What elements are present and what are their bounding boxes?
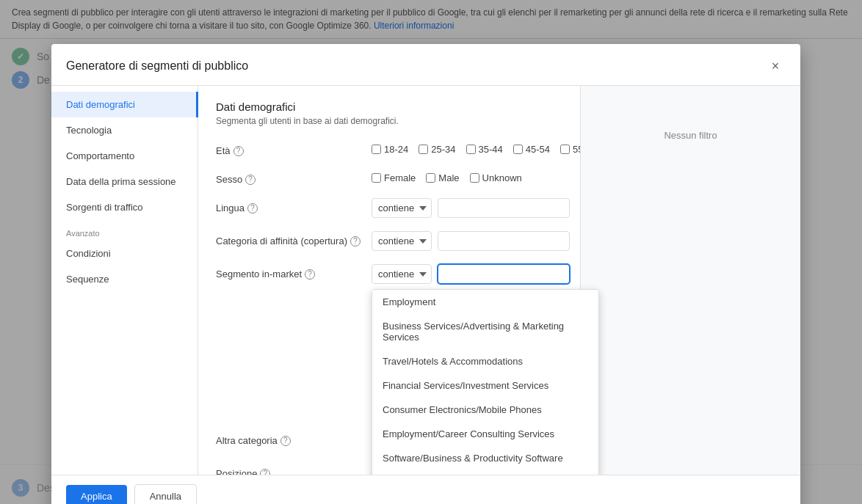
modal-dialog: Generatore di segmenti di pubblico × Dat… — [51, 44, 800, 504]
sidebar-item-dati-demografici[interactable]: Dati demografici — [51, 92, 198, 117]
sesso-female-checkbox[interactable] — [372, 173, 381, 183]
categoria-affinita-filter: contiene — [372, 231, 570, 251]
posizione-help-icon[interactable]: ? — [260, 469, 270, 475]
sidebar-label-comportamento: Comportamento — [66, 150, 134, 161]
lingua-input[interactable] — [438, 198, 570, 218]
lingua-label: Lingua ? — [216, 198, 363, 213]
eta-35-44-checkbox[interactable] — [466, 145, 476, 154]
page-background: Crea segmenti di pubblico per interagire… — [0, 0, 862, 504]
eta-55-64-checkbox[interactable] — [560, 145, 570, 154]
eta-45-54[interactable]: 45-54 — [513, 144, 550, 155]
lingua-filter: contiene — [372, 198, 570, 218]
modal-title: Generatore di segmenti di pubblico — [66, 59, 248, 73]
no-filter-panel: Nessun filtro — [580, 86, 800, 475]
segmento-inmarket-dropdown: Employment Business Services/Advertising… — [372, 289, 599, 475]
modal-main-content: Dati demografici Segmenta gli utenti in … — [198, 86, 800, 475]
categoria-affinita-select[interactable]: contiene — [372, 231, 432, 251]
sesso-unknown[interactable]: Unknown — [470, 172, 522, 183]
sidebar-item-condizioni[interactable]: Condizioni — [51, 241, 198, 266]
sidebar-label-sorgenti-traffico: Sorgenti di traffico — [66, 202, 143, 213]
sidebar-item-data-prima-sessione[interactable]: Data della prima sessione — [51, 169, 198, 194]
sidebar-item-sorgenti-traffico[interactable]: Sorgenti di traffico — [51, 194, 198, 220]
sesso-checkboxes: Female Male Unknown — [372, 169, 522, 183]
advanced-section-label: Avanzato — [51, 220, 198, 241]
dropdown-item-1[interactable]: Business Services/Advertising & Marketin… — [372, 314, 598, 349]
no-filter-label: Nessun filtro — [664, 130, 717, 141]
eta-25-34-checkbox[interactable] — [419, 145, 428, 154]
eta-25-34[interactable]: 25-34 — [419, 144, 455, 155]
eta-35-44[interactable]: 35-44 — [466, 144, 503, 155]
sidebar-label-dati-demografici: Dati demografici — [66, 99, 135, 110]
eta-help-icon[interactable]: ? — [233, 146, 244, 156]
modal-footer: Applica Annulla — [51, 475, 800, 504]
segmento-inmarket-label: Segmento in-market ? — [216, 264, 363, 280]
segmento-inmarket-input[interactable] — [438, 264, 570, 284]
apply-button[interactable]: Applica — [66, 485, 127, 504]
segmento-inmarket-filter: contiene Employment Business Services/Ad… — [372, 264, 570, 284]
sesso-male[interactable]: Male — [426, 172, 459, 183]
sidebar-item-tecnologia[interactable]: Tecnologia — [51, 117, 198, 143]
segmento-inmarket-select[interactable]: contiene — [372, 264, 432, 284]
sesso-female[interactable]: Female — [372, 172, 416, 183]
dropdown-item-7[interactable]: Business Services/Advertising & Marketin… — [372, 470, 598, 475]
sidebar-item-sequenze[interactable]: Sequenze — [51, 266, 198, 292]
dropdown-item-5[interactable]: Employment/Career Consulting Services — [372, 422, 598, 446]
sesso-unknown-checkbox[interactable] — [470, 173, 479, 183]
sidebar-label-data-prima-sessione: Data della prima sessione — [66, 176, 176, 187]
segmento-inmarket-help-icon[interactable]: ? — [305, 269, 315, 280]
modal-sidebar: Dati demografici Tecnologia Comportament… — [51, 86, 198, 475]
sesso-label: Sesso ? — [216, 169, 363, 185]
dropdown-item-0[interactable]: Employment — [372, 290, 598, 314]
categoria-affinita-label: Categoria di affinità (copertura) ? — [216, 231, 363, 246]
eta-18-24[interactable]: 18-24 — [372, 144, 408, 155]
sesso-help-icon[interactable]: ? — [245, 175, 256, 185]
dropdown-item-3[interactable]: Financial Services/Investment Services — [372, 373, 598, 398]
categoria-affinita-input[interactable] — [438, 231, 570, 251]
sidebar-label-tecnologia: Tecnologia — [66, 125, 112, 136]
eta-label: Età ? — [216, 141, 363, 156]
dropdown-item-2[interactable]: Travel/Hotels & Accommodations — [372, 349, 598, 373]
lingua-select[interactable]: contiene — [372, 198, 432, 218]
modal-close-button[interactable]: × — [765, 56, 786, 76]
sidebar-label-sequenze: Sequenze — [66, 274, 109, 285]
lingua-help-icon[interactable]: ? — [247, 203, 258, 213]
eta-18-24-checkbox[interactable] — [372, 145, 381, 154]
modal-body: Dati demografici Tecnologia Comportament… — [51, 86, 800, 475]
posizione-label: Posizione ? — [216, 464, 363, 475]
sidebar-label-condizioni: Condizioni — [66, 248, 111, 259]
altra-categoria-help-icon[interactable]: ? — [280, 436, 291, 446]
sidebar-item-comportamento[interactable]: Comportamento — [51, 143, 198, 169]
categoria-affinita-help-icon[interactable]: ? — [350, 236, 361, 246]
cancel-button[interactable]: Annulla — [134, 484, 197, 504]
sesso-male-checkbox[interactable] — [426, 173, 435, 183]
dropdown-item-6[interactable]: Software/Business & Productivity Softwar… — [372, 446, 598, 470]
altra-categoria-label: Altra categoria ? — [216, 431, 363, 446]
eta-45-54-checkbox[interactable] — [513, 145, 523, 154]
modal-header: Generatore di segmenti di pubblico × — [51, 44, 800, 86]
dropdown-item-4[interactable]: Consumer Electronics/Mobile Phones — [372, 398, 598, 422]
